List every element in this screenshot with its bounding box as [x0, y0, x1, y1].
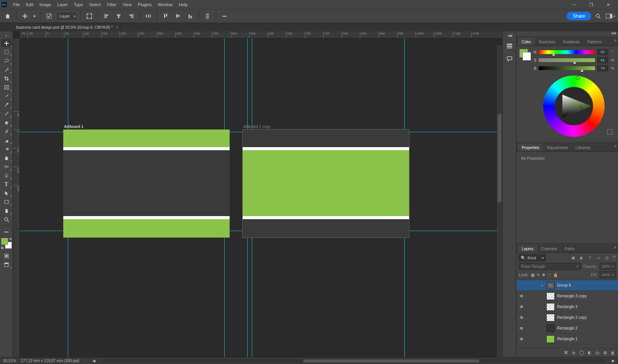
tab-layers[interactable]: Layers	[518, 245, 537, 253]
window-maximize-button[interactable]: ❐	[583, 0, 600, 9]
artboard-1[interactable]	[63, 130, 230, 238]
layer-row[interactable]: 👁Rectangle 2	[516, 323, 618, 334]
lock-position-icon[interactable]: ✥	[542, 273, 545, 277]
canvas-horizontal-scrollbar[interactable]	[102, 359, 605, 363]
menu-filter[interactable]: Filter	[104, 0, 119, 9]
layer-thumbnail[interactable]	[546, 292, 555, 300]
eraser-tool[interactable]	[1, 136, 12, 144]
tab-gradients[interactable]: Gradients	[559, 38, 583, 46]
brightness-slider[interactable]	[539, 66, 595, 70]
more-options-button[interactable]: •••	[219, 11, 230, 21]
dodge-tool[interactable]	[1, 162, 12, 171]
layer-row[interactable]: 👁Rectangle 3	[516, 302, 618, 312]
menu-plugins[interactable]: Plugins	[135, 0, 154, 9]
color-panel-menu-button[interactable]: ≡	[614, 38, 616, 43]
saturation-value-input[interactable]: 61	[597, 57, 608, 63]
menu-image[interactable]: Image	[36, 0, 54, 9]
auto-select-dropdown[interactable]: Layer ▾	[56, 11, 77, 21]
layers-list[interactable]: ▸🗀Group 6👁Rectangle 3 copy👁Rectangle 3👁R…	[516, 280, 618, 348]
new-layer-button[interactable]: ⊞	[603, 350, 607, 355]
tab-libraries[interactable]: Libraries	[572, 144, 594, 151]
opacity-input[interactable]: 100%▾	[600, 263, 616, 270]
brush-tool[interactable]	[1, 110, 12, 118]
edit-toolbar-button[interactable]: •••	[1, 228, 12, 236]
menu-file[interactable]: File	[10, 0, 23, 9]
layer-name[interactable]: Rectangle 3	[557, 305, 577, 309]
quick-mask-button[interactable]	[1, 252, 12, 260]
menu-view[interactable]: View	[120, 0, 135, 9]
transform-controls-checkbox[interactable]	[84, 11, 95, 21]
layers-panel-menu-button[interactable]: ≡	[614, 245, 616, 249]
filter-smartobject-icon[interactable]: ◫	[604, 255, 610, 261]
blur-tool[interactable]	[1, 154, 12, 162]
type-tool[interactable]: T	[1, 180, 12, 188]
blend-mode-dropdown[interactable]: Pass Through ▾	[519, 263, 581, 270]
color-swatches[interactable]: ⇄ ◧	[1, 238, 12, 249]
scroll-left-button[interactable]: ◀	[92, 359, 95, 363]
hand-tool[interactable]	[1, 207, 12, 215]
layer-visibility-toggle[interactable]: 👁	[516, 315, 526, 320]
workspace-switcher-button[interactable]: ▾	[605, 11, 616, 21]
artboard-label[interactable]: Artboard 1 copy	[243, 125, 271, 129]
layer-row[interactable]: 👁Rectangle 2 copy	[516, 312, 618, 323]
layer-row[interactable]: ▸🗀Group 6	[516, 280, 618, 291]
vertical-ruler[interactable]: -50050100150	[13, 38, 20, 357]
lock-transparency-icon[interactable]: ▦	[531, 273, 534, 277]
canvas[interactable]: Artboard 1 Artboard 1 copy	[20, 38, 502, 357]
layer-name[interactable]: Rectangle 3 copy	[557, 294, 587, 298]
add-mask-button[interactable]: ◯	[579, 350, 584, 355]
lock-all-icon[interactable]: 🔒	[553, 273, 558, 277]
layer-filter-dropdown[interactable]: 🔍 Kind ▾	[519, 254, 546, 261]
document-info[interactable]: 177,12 mm x 110,07 mm (300 ppi)	[21, 359, 79, 363]
auto-select-checkbox[interactable]	[44, 11, 54, 21]
tab-paths[interactable]: Paths	[561, 245, 579, 253]
scroll-right-button[interactable]: ▶	[612, 359, 615, 363]
lock-pixels-icon[interactable]: ✎	[537, 273, 540, 277]
collapse-panels-button[interactable]: ◀◀	[516, 31, 618, 36]
healing-brush-tool[interactable]	[1, 101, 12, 109]
tab-color[interactable]: Color	[518, 38, 535, 46]
screen-mode-button[interactable]	[1, 261, 12, 269]
align-right-button[interactable]	[126, 11, 136, 21]
gradient-tool[interactable]	[1, 145, 12, 153]
menu-help[interactable]: Help	[176, 0, 191, 9]
document-tab[interactable]: business card design.psd @ 50,5% (Group …	[13, 23, 122, 31]
tab-swatches[interactable]: Swatches	[535, 38, 559, 46]
layer-name[interactable]: Rectangle 2	[557, 326, 577, 330]
comments-panel-icon[interactable]	[505, 54, 514, 64]
tool-preset-caret[interactable]: ▾	[32, 11, 37, 21]
artboard-label[interactable]: Artboard 1	[64, 125, 84, 129]
adjustment-layer-button[interactable]: ◐	[588, 350, 592, 355]
history-panel-icon[interactable]	[505, 41, 514, 51]
home-button[interactable]	[2, 11, 13, 21]
fill-input[interactable]: 100%▾	[600, 271, 616, 278]
tab-adjustments[interactable]: Adjustments	[543, 144, 572, 151]
search-icon[interactable]	[593, 11, 603, 21]
pen-tool[interactable]	[1, 171, 12, 179]
menu-edit[interactable]: Edit	[23, 0, 36, 9]
color-wheel[interactable]	[543, 75, 605, 137]
layer-thumbnail[interactable]	[546, 325, 555, 332]
color-mode-button[interactable]	[607, 129, 613, 134]
zoom-level[interactable]: 50,51%	[3, 359, 16, 363]
path-selection-tool[interactable]	[1, 189, 12, 197]
expand-panels-button[interactable]: ◀◀	[508, 34, 511, 38]
distribute-v-button[interactable]	[202, 11, 213, 21]
share-button[interactable]: Share	[567, 12, 591, 20]
new-group-button[interactable]: 🗀	[595, 351, 600, 355]
layer-thumbnail[interactable]	[546, 314, 555, 321]
distribute-h-button[interactable]	[143, 11, 154, 21]
properties-panel-menu-button[interactable]: ≡	[614, 144, 616, 148]
link-layers-button[interactable]: ⌘	[564, 350, 568, 355]
menu-window[interactable]: Window	[154, 0, 176, 9]
layer-thumbnail[interactable]	[546, 335, 555, 343]
menu-layer[interactable]: Layer	[54, 0, 71, 9]
default-colors-icon[interactable]: ◧	[1, 246, 4, 249]
filter-pixel-icon[interactable]: ▦	[570, 255, 576, 261]
crop-tool[interactable]	[1, 74, 12, 82]
expand-tools-button[interactable]: »	[1, 33, 12, 38]
layer-visibility-toggle[interactable]: 👁	[516, 305, 526, 309]
canvas-vertical-scrollbar[interactable]	[497, 45, 502, 357]
window-minimize-button[interactable]: ─	[566, 0, 583, 9]
foreground-color-swatch[interactable]	[1, 238, 8, 245]
